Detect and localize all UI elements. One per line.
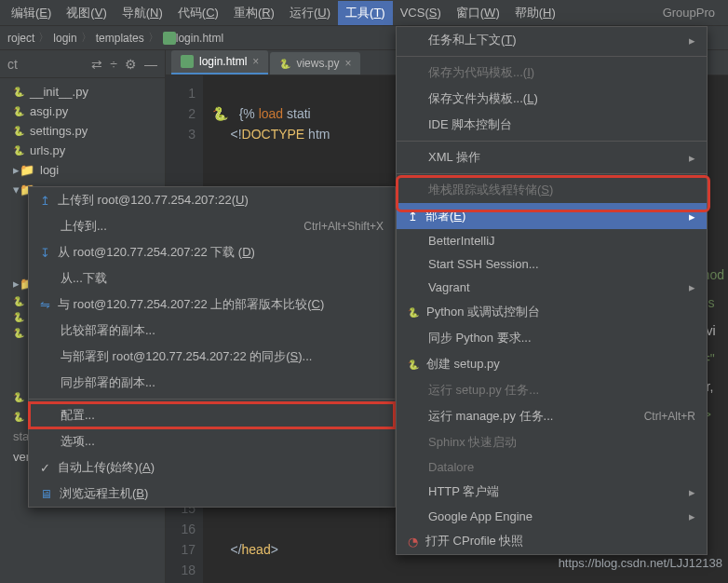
- menu-deployment[interactable]: ↥部署(E)▸: [397, 203, 707, 229]
- menu-xml-actions[interactable]: XML 操作▸: [397, 144, 707, 170]
- sidebar-toolbar: ct ⇄ ÷ ⚙ —: [0, 50, 165, 78]
- menu-http-client[interactable]: HTTP 客户端▸: [397, 479, 707, 505]
- tab-views-py[interactable]: 🐍 views.py ×: [270, 52, 360, 75]
- menu-window[interactable]: 窗口(W): [449, 1, 507, 25]
- menu-edit[interactable]: 编辑(E): [4, 1, 59, 25]
- host-icon: 🖥: [40, 487, 52, 501]
- menu-view[interactable]: 视图(V): [59, 1, 114, 25]
- menu-betterintellij[interactable]: BetterIntelliJ: [397, 229, 707, 252]
- menu-sphinx[interactable]: Sphinx 快速启动: [397, 429, 707, 455]
- menu-refactor[interactable]: 重构(R): [226, 1, 282, 25]
- upload-icon: ↥: [40, 194, 50, 208]
- divide-icon[interactable]: ÷: [110, 57, 117, 72]
- close-icon[interactable]: ×: [344, 57, 351, 70]
- separator: [397, 141, 707, 142]
- diff-icon: ⇋: [40, 298, 50, 312]
- tab-label: views.py: [296, 57, 339, 70]
- project-name-fragment: GroupPro: [663, 6, 724, 20]
- tree-file[interactable]: 🐍asgi.py: [0, 102, 165, 121]
- crumb[interactable]: roject: [7, 32, 34, 45]
- python-icon: 🐍: [13, 328, 24, 338]
- python-icon: 🐍: [13, 87, 24, 97]
- tab-login-html[interactable]: login.html ×: [171, 50, 268, 75]
- crumb[interactable]: templates: [96, 32, 144, 45]
- python-icon: 🐍: [408, 307, 419, 318]
- svg-rect-0: [163, 32, 176, 45]
- menu-run-setup[interactable]: 运行 setup.py 任务...: [397, 377, 707, 403]
- menu-code[interactable]: 代码(C): [170, 1, 226, 25]
- menu-browse-remote[interactable]: 🖥浏览远程主机(B): [29, 481, 395, 507]
- tree-file[interactable]: 🐍settings.py: [0, 121, 165, 141]
- menu-run[interactable]: 运行(U): [282, 1, 338, 25]
- menu-compare-deployed[interactable]: ⇋与 root@120.77.254.207:22 上的部署版本比较(C): [29, 292, 395, 318]
- menu-tasks-context[interactable]: 任务和上下文(T)▸: [397, 27, 707, 53]
- python-icon: 🐍: [13, 126, 24, 136]
- svg-rect-1: [181, 55, 194, 68]
- menu-vagrant[interactable]: Vagrant▸: [397, 276, 707, 299]
- minimize-icon[interactable]: —: [144, 57, 157, 72]
- python-icon: 🐍: [13, 106, 24, 116]
- menu-create-setup[interactable]: 🐍创建 setup.py: [397, 351, 707, 377]
- gear-icon[interactable]: ⚙: [125, 57, 137, 72]
- menu-save-code-template[interactable]: 保存为代码模板...(I): [397, 60, 707, 86]
- separator: [397, 173, 707, 174]
- menu-upload-to-host[interactable]: ↥上传到 root@120.77.254.207:22(U): [29, 187, 395, 213]
- menu-download-from[interactable]: 从...下载: [29, 265, 395, 292]
- python-icon: 🐍: [13, 145, 24, 156]
- menu-help[interactable]: 帮助(H): [507, 1, 563, 25]
- download-icon: ↧: [40, 246, 50, 260]
- collapse-icon[interactable]: ⇄: [91, 57, 102, 72]
- sidebar-label: ct: [7, 57, 18, 72]
- check-icon: ✓: [40, 461, 50, 475]
- folder-icon: ▸📁: [13, 163, 34, 177]
- menu-ide-script-console[interactable]: IDE 脚本控制台: [397, 112, 707, 138]
- separator: [29, 399, 395, 400]
- python-icon: 🐍: [13, 412, 24, 422]
- menu-sync-deployed[interactable]: 与部署到 root@120.77.254.207:22 的同步(S)...: [29, 344, 395, 370]
- close-icon[interactable]: ×: [252, 55, 259, 68]
- tools-dropdown: 任务和上下文(T)▸ 保存为代码模板...(I) 保存文件为模板...(L) I…: [396, 26, 708, 555]
- menu-navigate[interactable]: 导航(N): [115, 1, 170, 25]
- menu-auto-upload[interactable]: ✓自动上传(始终)(A): [29, 454, 395, 481]
- tree-file[interactable]: 🐍__init__.py: [0, 82, 165, 102]
- profile-icon: ◔: [408, 535, 418, 549]
- tab-label: login.html: [199, 55, 247, 68]
- menu-upload-to[interactable]: 上传到...Ctrl+Alt+Shift+X: [29, 213, 395, 239]
- menu-datalore[interactable]: Datalore: [397, 455, 707, 479]
- menu-vcs[interactable]: VCS(S): [393, 2, 449, 23]
- menu-sync-copies[interactable]: 同步部署的副本...: [29, 370, 395, 396]
- deployment-submenu: ↥上传到 root@120.77.254.207:22(U) 上传到...Ctr…: [28, 186, 396, 508]
- crumb[interactable]: login: [53, 32, 76, 45]
- python-icon: 🐍: [13, 392, 24, 402]
- crumb[interactable]: login.html: [176, 32, 223, 45]
- html-icon: [181, 55, 194, 68]
- menu-tools[interactable]: 工具(T): [338, 1, 393, 25]
- tree-file[interactable]: 🐍urls.py: [0, 141, 165, 160]
- watermark: https://blog.csdn.net/LJJ12138: [559, 556, 722, 570]
- menu-python-console[interactable]: 🐍Python 或调试控制台: [397, 299, 707, 325]
- menu-run-manage[interactable]: 运行 manage.py 任务...Ctrl+Alt+R: [397, 403, 707, 429]
- menu-compare-copies[interactable]: 比较部署的副本...: [29, 318, 395, 344]
- menu-options[interactable]: 选项...: [29, 428, 395, 454]
- python-icon: 🐍: [13, 312, 24, 322]
- menu-gae[interactable]: Google App Engine▸: [397, 505, 707, 528]
- menu-configure[interactable]: 配置...: [29, 402, 395, 428]
- menubar: 编辑(E) 视图(V) 导航(N) 代码(C) 重构(R) 运行(U) 工具(T…: [0, 0, 728, 26]
- menu-cprofile[interactable]: ◔打开 CProfile 快照: [397, 528, 707, 554]
- menu-save-file-template[interactable]: 保存文件为模板...(L): [397, 86, 707, 112]
- python-icon: 🐍: [279, 59, 290, 69]
- menu-start-ssh[interactable]: Start SSH Session...: [397, 252, 707, 276]
- menu-sync-requirements[interactable]: 同步 Python 要求...: [397, 325, 707, 351]
- tree-folder[interactable]: ▸📁logi: [0, 160, 165, 180]
- separator: [397, 56, 707, 57]
- menu-download-from-host[interactable]: ↧从 root@120.77.254.207:22 下载 (D): [29, 239, 395, 265]
- python-icon: 🐍: [13, 296, 24, 306]
- deploy-icon: ↥: [408, 210, 418, 224]
- menu-stacktrace[interactable]: 堆栈跟踪或线程转储(S): [397, 177, 707, 203]
- html-icon: [163, 32, 176, 45]
- python-icon: 🐍: [408, 359, 419, 370]
